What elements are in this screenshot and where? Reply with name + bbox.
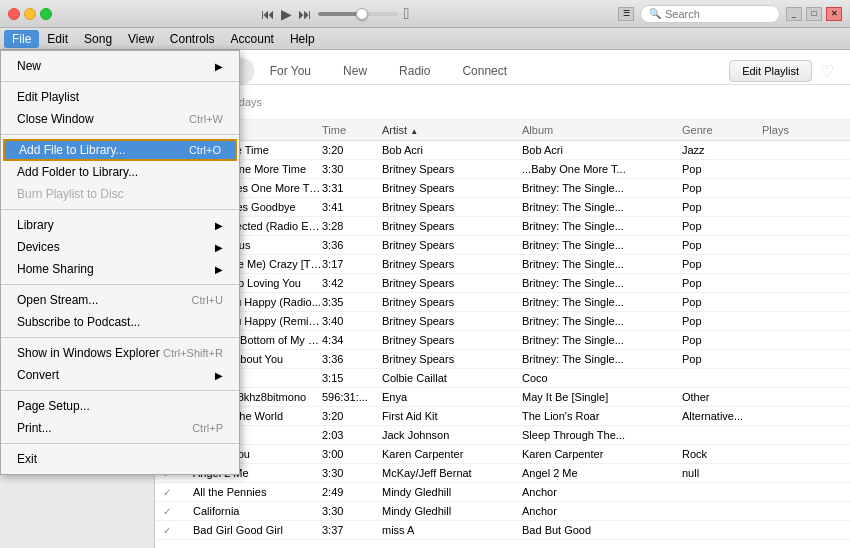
table-row[interactable]: ✓ If I Had You 3:00 Karen Carpenter Kare… — [155, 445, 850, 464]
tab-radio[interactable]: Radio — [383, 58, 446, 84]
menu-item-song[interactable]: Song — [76, 30, 120, 48]
search-input[interactable] — [665, 8, 771, 20]
row-album: Britney: The Single... — [522, 258, 682, 270]
row-genre: Rock — [682, 448, 762, 460]
table-row[interactable]: ✓ (You Drive Me) Crazy [The Stop... 3:17… — [155, 255, 850, 274]
menu-page-setup[interactable]: Page Setup... — [1, 395, 239, 417]
menu-button[interactable]: ☰ — [618, 7, 634, 21]
row-time: 2:03 — [322, 429, 382, 441]
row-artist: McKay/Jeff Bernat — [382, 467, 522, 479]
window-close-btn[interactable]: ✕ — [826, 7, 842, 21]
volume-slider[interactable] — [318, 12, 398, 16]
row-album: Bob Acri — [522, 144, 682, 156]
row-genre: Pop — [682, 182, 762, 194]
table-row[interactable]: ✓ Angel 2 Me 3:30 McKay/Jeff Bernat Ange… — [155, 464, 850, 483]
table-row[interactable]: ✓ From the Bottom of My Broken... 4:34 B… — [155, 331, 850, 350]
heart-button[interactable]: ♡ — [820, 62, 834, 81]
tab-new[interactable]: New — [327, 58, 383, 84]
table-row[interactable]: ✓ Outrageous 3:36 Britney Spears Britney… — [155, 236, 850, 255]
separator-1 — [1, 81, 239, 82]
row-time: 3:15 — [322, 372, 382, 384]
table-row[interactable]: ✓ King Of The World 3:20 First Aid Kit T… — [155, 407, 850, 426]
table-row[interactable]: ✓ Angel 2:03 Jack Johnson Sleep Through … — [155, 426, 850, 445]
menu-library[interactable]: Library ▶ — [1, 214, 239, 236]
play-button[interactable]: ▶ — [281, 6, 292, 22]
window-restore-btn[interactable]: □ — [806, 7, 822, 21]
toolbar-row: ▶ ⇄ ••• days — [155, 85, 850, 120]
separator-7 — [1, 443, 239, 444]
menu-home-sharing[interactable]: Home Sharing ▶ — [1, 258, 239, 280]
row-time: 3:20 — [322, 410, 382, 422]
apple-logo:  — [404, 5, 410, 23]
menu-open-stream[interactable]: Open Stream... Ctrl+U — [1, 289, 239, 311]
menu-item-controls[interactable]: Controls — [162, 30, 223, 48]
search-bar[interactable]: 🔍 — [640, 5, 780, 23]
edit-playlist-button[interactable]: Edit Playlist — [729, 60, 812, 82]
table-row[interactable]: ✓ Don't Stop Loving You 3:42 Britney Spe… — [155, 274, 850, 293]
header-plays[interactable]: Plays — [762, 124, 822, 136]
menu-new[interactable]: New ▶ — [1, 55, 239, 77]
table-row[interactable]: ✓ Enyawav8khz8bitmono 596:31:... Enya Ma… — [155, 388, 850, 407]
menu-add-folder[interactable]: Add Folder to Library... — [1, 161, 239, 183]
menu-convert[interactable]: Convert ▶ — [1, 364, 239, 386]
row-genre: Pop — [682, 334, 762, 346]
minimize-button[interactable] — [24, 8, 36, 20]
table-row[interactable]: ✓ Bad Girl Good Girl 3:37 miss A Bad But… — [155, 521, 850, 540]
table-row[interactable]: ✓ Sometimes One More Time 3:31 Britney S… — [155, 179, 850, 198]
header-genre[interactable]: Genre — [682, 124, 762, 136]
row-genre: Pop — [682, 220, 762, 232]
row-album: Sleep Through The... — [522, 429, 682, 441]
row-check: ✓ — [163, 487, 193, 498]
forward-button[interactable]: ⏭ — [298, 6, 312, 22]
table-row[interactable]: ✓ Make You Happy (Remix... 3:40 Britney … — [155, 312, 850, 331]
menu-item-file[interactable]: File — [4, 30, 39, 48]
header-artist[interactable]: Artist ▲ — [382, 124, 522, 136]
menu-item-view[interactable]: View — [120, 30, 162, 48]
row-genre: Alternative... — [682, 410, 762, 422]
tab-connect[interactable]: Connect — [446, 58, 523, 84]
row-genre: Pop — [682, 163, 762, 175]
table-row[interactable]: ✓ Overprotected (Radio Edit) 3:28 Britne… — [155, 217, 850, 236]
table-container: Time Artist ▲ Album Genre Plays One More… — [155, 120, 850, 548]
table-row[interactable]: ✓ Thinkin' About You 3:36 Britney Spears… — [155, 350, 850, 369]
menu-item-help[interactable]: Help — [282, 30, 323, 48]
content-area: My Music For You New Radio Connect Edit … — [155, 50, 850, 548]
table-row[interactable]: ✓ All the Pennies 2:49 Mindy Gledhill An… — [155, 483, 850, 502]
table-header: Time Artist ▲ Album Genre Plays — [155, 120, 850, 141]
menu-close-window[interactable]: Close Window Ctrl+W — [1, 108, 239, 130]
menu-add-file[interactable]: Add File to Library... Ctrl+O — [3, 139, 237, 161]
row-time: 3:00 — [322, 448, 382, 460]
table-row[interactable]: One More Time 3:20 Bob Acri Bob Acri Jaz… — [155, 141, 850, 160]
menu-devices[interactable]: Devices ▶ — [1, 236, 239, 258]
row-title: Bad Girl Good Girl — [193, 524, 322, 536]
maximize-button[interactable] — [40, 8, 52, 20]
menu-edit-playlist[interactable]: Edit Playlist — [1, 86, 239, 108]
row-genre: Jazz — [682, 144, 762, 156]
menu-show-explorer[interactable]: Show in Windows Explorer Ctrl+Shift+R — [1, 342, 239, 364]
table-row[interactable]: ✓ Sometimes Goodbye 3:41 Britney Spears … — [155, 198, 850, 217]
rewind-button[interactable]: ⏮ — [261, 6, 275, 22]
window-min-btn[interactable]: _ — [786, 7, 802, 21]
separator-6 — [1, 390, 239, 391]
menu-item-edit[interactable]: Edit — [39, 30, 76, 48]
row-time: 3:40 — [322, 315, 382, 327]
row-time: 3:30 — [322, 505, 382, 517]
close-button[interactable] — [8, 8, 20, 20]
table-row[interactable]: ✓ Bubbly 3:15 Colbie Caillat Coco — [155, 369, 850, 388]
menu-exit[interactable]: Exit — [1, 448, 239, 470]
row-genre: null — [682, 467, 762, 479]
table-row[interactable]: ✓ Make You Happy (Radio... 3:35 Britney … — [155, 293, 850, 312]
header-time[interactable]: Time — [322, 124, 382, 136]
playback-controls: ⏮ ▶ ⏭  — [261, 5, 410, 23]
menu-print[interactable]: Print... Ctrl+P — [1, 417, 239, 439]
header-album[interactable]: Album — [522, 124, 682, 136]
menu-subscribe-podcast[interactable]: Subscribe to Podcast... — [1, 311, 239, 333]
row-artist: Britney Spears — [382, 353, 522, 365]
table-row[interactable]: ✓ ...Baby One More Time 3:30 Britney Spe… — [155, 160, 850, 179]
row-genre: Pop — [682, 315, 762, 327]
table-row[interactable]: ✓ California 3:30 Mindy Gledhill Anchor — [155, 502, 850, 521]
row-title: California — [193, 505, 322, 517]
tab-for-you[interactable]: For You — [254, 58, 327, 84]
row-time: 3:37 — [322, 524, 382, 536]
menu-item-account[interactable]: Account — [223, 30, 282, 48]
